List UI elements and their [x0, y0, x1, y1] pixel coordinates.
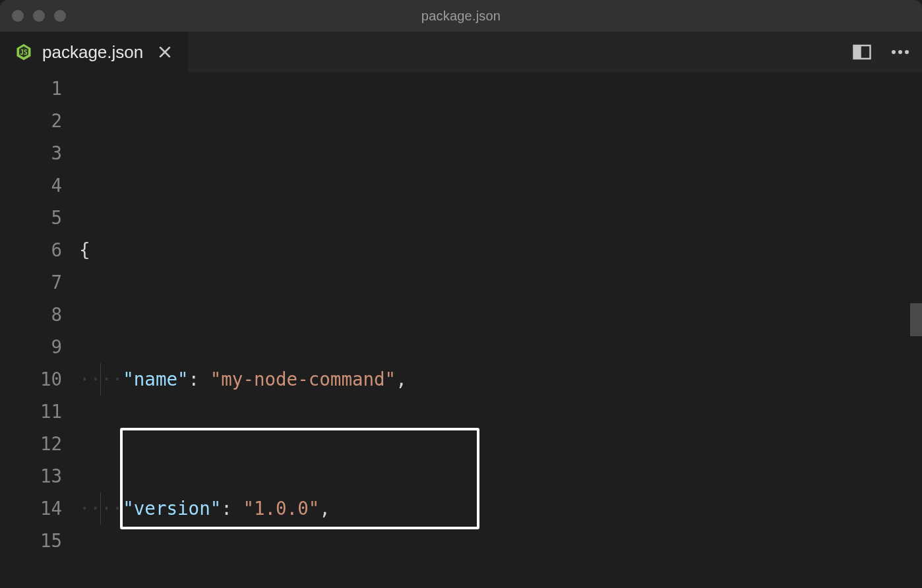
- more-actions-icon[interactable]: [890, 49, 910, 55]
- traffic-minimize[interactable]: [33, 10, 45, 22]
- nodejs-icon: JS: [15, 43, 33, 61]
- tabbar-actions: [852, 32, 910, 73]
- tab-label: package.json: [42, 42, 143, 63]
- line-number: 4: [0, 169, 62, 202]
- line-number: 7: [0, 266, 62, 299]
- code-editor[interactable]: 1 2 3 4 5 6 7 8 9 10 11 12 13 14 15 { ··…: [0, 73, 922, 588]
- code-content[interactable]: { ····"name": "my-node-command", ····"ve…: [79, 73, 922, 588]
- line-number-gutter: 1 2 3 4 5 6 7 8 9 10 11 12 13 14 15: [0, 73, 79, 588]
- titlebar: package.json: [0, 0, 922, 32]
- editor-window: package.json JS package.json: [0, 0, 922, 588]
- traffic-close[interactable]: [12, 10, 24, 22]
- svg-point-4: [898, 50, 902, 54]
- line-number: 15: [0, 525, 62, 557]
- line-number: 13: [0, 460, 62, 492]
- svg-point-3: [892, 50, 896, 54]
- tab-close-icon[interactable]: [155, 42, 175, 62]
- line-number: 5: [0, 202, 62, 234]
- line-number: 8: [0, 299, 62, 331]
- tab-package-json[interactable]: JS package.json: [0, 32, 189, 73]
- line-number: 2: [0, 105, 62, 137]
- window-title: package.json: [421, 9, 501, 24]
- line-number: 12: [0, 428, 62, 460]
- traffic-zoom[interactable]: [54, 10, 66, 22]
- line-number: 6: [0, 234, 62, 266]
- svg-point-5: [905, 50, 909, 54]
- tab-bar: JS package.json: [0, 32, 922, 73]
- line-number: 10: [0, 363, 62, 396]
- vertical-scrollbar[interactable]: [910, 303, 922, 336]
- code-line: {: [79, 234, 922, 266]
- traffic-lights: [0, 10, 66, 22]
- svg-rect-2: [854, 45, 861, 59]
- line-number: 11: [0, 396, 62, 428]
- svg-text:JS: JS: [20, 49, 28, 56]
- code-line: ····"version": "1.0.0",: [79, 492, 922, 525]
- split-editor-icon[interactable]: [852, 42, 872, 62]
- code-line: ····"name": "my-node-command",: [79, 363, 922, 396]
- line-number: 14: [0, 492, 62, 525]
- line-number: 1: [0, 73, 62, 105]
- line-number: 3: [0, 137, 62, 169]
- line-number: 9: [0, 331, 62, 363]
